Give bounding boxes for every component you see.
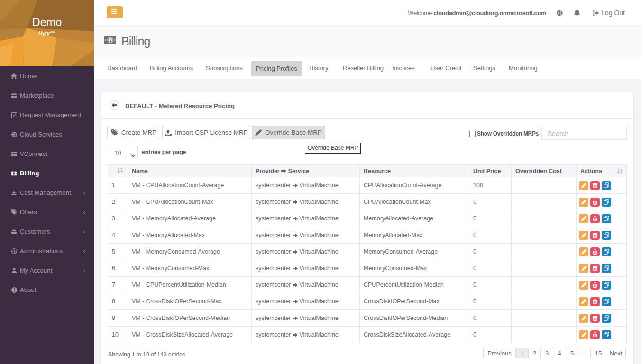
svg-text:Hybr™: Hybr™ xyxy=(38,30,55,36)
svg-text:Demo: Demo xyxy=(32,16,62,28)
svg-text:1: 1 xyxy=(109,38,111,43)
